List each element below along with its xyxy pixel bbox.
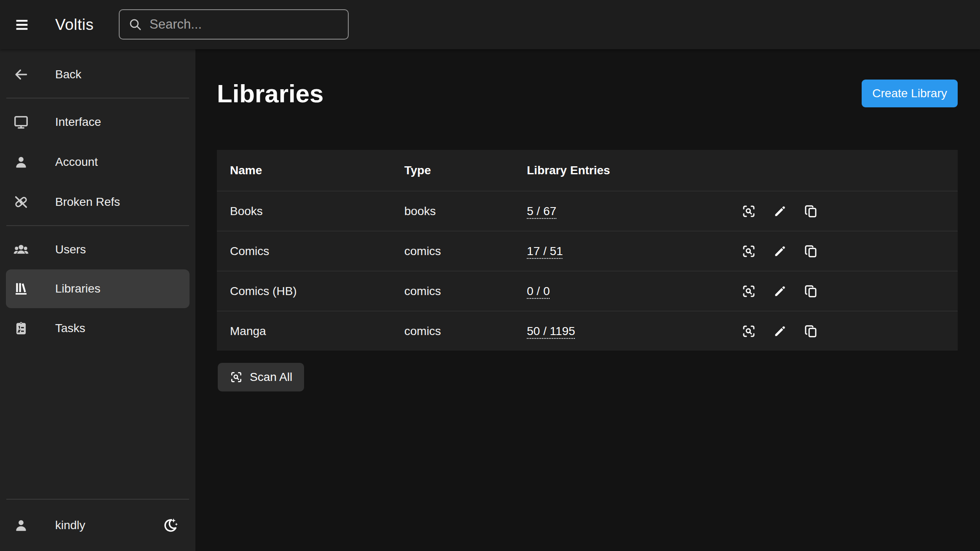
copy-icon: [804, 244, 819, 259]
scan-search-icon: [230, 370, 243, 384]
sidebar-item-label: Back: [55, 68, 81, 81]
person-icon: [8, 154, 35, 170]
sidebar-divider: [6, 98, 189, 98]
pencil-icon: [773, 284, 787, 298]
row-actions: [739, 202, 958, 221]
library-entries-link[interactable]: 5 / 67: [527, 205, 556, 218]
copy-library-button[interactable]: [801, 322, 821, 341]
scan-library-button[interactable]: [739, 202, 758, 221]
library-type-cell: comics: [404, 325, 527, 338]
pencil-icon: [773, 244, 787, 258]
username: kindly: [55, 519, 85, 532]
scan-library-button[interactable]: [739, 322, 758, 341]
library-name-cell: Comics: [217, 245, 404, 258]
scan-search-icon: [741, 244, 756, 259]
hamburger-icon: [13, 16, 30, 33]
menu-button[interactable]: [8, 11, 35, 38]
sidebar-divider: [6, 225, 189, 226]
user-avatar-icon: [8, 517, 35, 533]
library-entries-link[interactable]: 17 / 51: [527, 245, 563, 258]
pencil-icon: [773, 204, 787, 218]
scan-all-label: Scan All: [250, 370, 292, 384]
scan-all-button[interactable]: Scan All: [218, 363, 304, 391]
sidebar-item-label: Broken Refs: [55, 195, 120, 209]
copy-library-button[interactable]: [801, 282, 821, 301]
copy-icon: [804, 204, 819, 219]
edit-library-button[interactable]: [770, 202, 790, 221]
table-header-name: Name: [217, 164, 404, 177]
pencil-icon: [773, 324, 787, 338]
library-entries-link[interactable]: 50 / 1195: [527, 325, 575, 338]
table-row: Comics comics 17 / 51: [217, 231, 958, 271]
copy-icon: [804, 284, 819, 299]
scan-search-icon: [741, 284, 756, 299]
user-profile: kindly: [0, 503, 195, 548]
sidebar-item-libraries[interactable]: Libraries: [6, 269, 190, 308]
edit-library-button[interactable]: [770, 322, 790, 341]
library-icon: [8, 281, 35, 297]
library-name-cell: Manga: [217, 325, 404, 338]
page-title: Libraries: [217, 79, 323, 108]
page-header: Libraries Create Library: [217, 79, 958, 108]
row-actions: [739, 242, 958, 261]
sidebar-footer: kindly: [0, 495, 195, 551]
sidebar-item-account[interactable]: Account: [0, 142, 195, 182]
monitor-icon: [8, 114, 35, 130]
scan-search-icon: [741, 204, 756, 219]
link-off-icon: [8, 194, 35, 210]
search-box[interactable]: [119, 9, 349, 40]
create-library-button[interactable]: Create Library: [862, 80, 958, 107]
table-header-row: Name Type Library Entries: [217, 150, 958, 191]
edit-library-button[interactable]: [770, 242, 790, 261]
sidebar-item-interface[interactable]: Interface: [0, 102, 195, 142]
copy-icon: [804, 324, 819, 339]
search-icon: [128, 17, 142, 32]
clipboard-list-icon: [8, 320, 35, 336]
library-type-cell: comics: [404, 285, 527, 298]
sidebar-item-broken-refs[interactable]: Broken Refs: [0, 182, 195, 222]
sidebar-item-label: Libraries: [55, 282, 100, 295]
sidebar-item-label: Interface: [55, 115, 101, 129]
sidebar: Back Interface Account Broken Refs: [0, 49, 195, 551]
libraries-table: Name Type Library Entries Books books 5 …: [217, 150, 958, 351]
scan-library-button[interactable]: [739, 282, 758, 301]
main-content: Libraries Create Library Name Type Libra…: [195, 49, 980, 551]
back-arrow-icon: [8, 67, 35, 83]
users-group-icon: [8, 241, 35, 258]
sidebar-item-label: Users: [55, 243, 86, 256]
sidebar-divider: [6, 499, 189, 500]
table-row: Comics (HB) comics 0 / 0: [217, 271, 958, 311]
sidebar-item-tasks[interactable]: Tasks: [0, 308, 195, 348]
row-actions: [739, 322, 958, 341]
library-name-cell: Books: [217, 205, 404, 218]
scan-search-icon: [741, 324, 756, 339]
library-name-cell: Comics (HB): [217, 285, 404, 298]
library-type-cell: comics: [404, 245, 527, 258]
table-header-library-entries: Library Entries: [527, 164, 739, 177]
sidebar-item-label: Tasks: [55, 322, 85, 335]
edit-library-button[interactable]: [770, 282, 790, 301]
copy-library-button[interactable]: [801, 202, 821, 221]
search-input[interactable]: [150, 17, 339, 32]
scan-library-button[interactable]: [739, 242, 758, 261]
sidebar-item-back[interactable]: Back: [0, 54, 195, 94]
topbar: Voltis: [0, 0, 980, 49]
sidebar-item-label: Account: [55, 155, 98, 169]
theme-toggle-button[interactable]: [158, 514, 182, 537]
row-actions: [739, 282, 958, 301]
sidebar-item-users[interactable]: Users: [0, 229, 195, 269]
app-title: Voltis: [55, 16, 93, 34]
library-entries-link[interactable]: 0 / 0: [527, 285, 550, 298]
table-row: Books books 5 / 67: [217, 191, 958, 231]
copy-library-button[interactable]: [801, 242, 821, 261]
moon-stars-icon: [161, 516, 179, 534]
table-header-type: Type: [404, 164, 527, 177]
table-row: Manga comics 50 / 1195: [217, 311, 958, 351]
library-type-cell: books: [404, 205, 527, 218]
